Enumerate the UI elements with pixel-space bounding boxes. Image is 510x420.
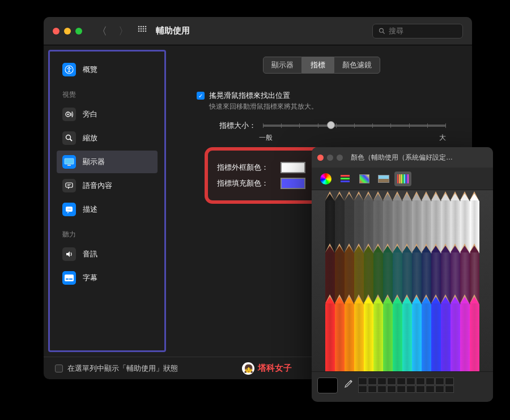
search-box[interactable] <box>372 24 463 38</box>
pencil-color[interactable] <box>325 303 335 371</box>
description-icon: ⋯ <box>62 203 76 216</box>
sidebar-item-voiceover[interactable]: 旁白 <box>57 103 158 126</box>
cp-zoom-button[interactable] <box>337 155 343 161</box>
swatch-cell[interactable] <box>368 385 377 393</box>
svg-point-9 <box>141 31 142 32</box>
sidebar-section-vision: 視覺 <box>57 82 158 103</box>
pencil-color[interactable] <box>373 303 383 371</box>
tab-display[interactable]: 顯示器 <box>263 57 302 74</box>
search-input[interactable] <box>389 27 457 35</box>
fill-color-well[interactable] <box>280 178 305 189</box>
cp-minimize-button[interactable] <box>327 155 333 161</box>
voiceover-icon <box>62 108 76 121</box>
swatch-cell[interactable] <box>445 378 454 385</box>
pencils-icon <box>397 174 409 183</box>
menubar-status-checkbox[interactable] <box>55 365 63 372</box>
sidebar-item-display[interactable]: 顯示器 <box>57 151 158 173</box>
image-palette-tab[interactable] <box>375 172 392 186</box>
color-sliders-tab[interactable] <box>337 172 354 186</box>
tab-pointer[interactable]: 指標 <box>302 57 334 74</box>
swatch-cell[interactable] <box>397 378 406 385</box>
pencil-color[interactable] <box>393 303 402 371</box>
sidebar-item-captions[interactable]: 字幕 <box>57 267 158 289</box>
eyedropper-button[interactable] <box>343 380 352 391</box>
swatch-grid[interactable] <box>358 378 454 393</box>
swatch-cell[interactable] <box>387 385 396 393</box>
sidebar-item-label: 語音內容 <box>83 181 112 191</box>
pencil-color[interactable] <box>460 303 470 371</box>
swatch-cell[interactable] <box>416 385 425 393</box>
sidebar-item-speech[interactable]: 語音內容 <box>57 174 158 197</box>
pencil-color[interactable] <box>412 303 422 371</box>
swatch-cell[interactable] <box>406 385 415 393</box>
swatch-cell[interactable] <box>397 385 406 393</box>
minimize-button[interactable] <box>64 28 71 35</box>
swatch-cell[interactable] <box>358 385 367 393</box>
shake-description: 快速來回移動滑鼠指標來將其放大。 <box>209 102 446 112</box>
sidebar-item-zoom[interactable]: 縮放 <box>57 127 158 149</box>
svg-point-5 <box>141 28 142 30</box>
svg-point-0 <box>138 26 140 28</box>
pencil-color[interactable] <box>470 303 479 371</box>
slider-knob[interactable] <box>327 121 335 129</box>
swatch-cell[interactable] <box>368 378 377 385</box>
swatch-cell[interactable] <box>426 385 435 393</box>
cp-close-button[interactable] <box>317 155 324 161</box>
pencil-color[interactable] <box>345 303 354 371</box>
pointer-size-slider[interactable] <box>263 125 446 127</box>
sidebar-item-label: 音訊 <box>83 249 97 259</box>
swatch-cell[interactable] <box>406 378 415 385</box>
sidebar-item-description[interactable]: ⋯ 描述 <box>57 198 158 221</box>
grid-icon[interactable] <box>138 25 147 36</box>
svg-point-4 <box>138 28 140 30</box>
pencil-color[interactable] <box>383 303 393 371</box>
svg-rect-27 <box>65 275 74 281</box>
swatch-cell[interactable] <box>358 378 367 385</box>
swatch-cell[interactable] <box>416 378 425 385</box>
svg-point-10 <box>143 31 144 32</box>
audio-icon <box>62 247 76 261</box>
search-icon <box>379 27 385 35</box>
svg-rect-28 <box>66 278 69 280</box>
pencil-color[interactable] <box>431 303 441 371</box>
back-button[interactable]: 〈 <box>97 24 107 38</box>
swatch-cell[interactable] <box>377 385 386 393</box>
pencil-color[interactable] <box>364 303 373 371</box>
color-wheel-tab[interactable] <box>317 172 334 186</box>
close-button[interactable] <box>53 28 60 35</box>
menubar-status-label: 在選單列中顯示「輔助使用」狀態 <box>67 363 178 374</box>
svg-point-8 <box>138 31 140 32</box>
speech-icon <box>62 179 76 192</box>
pencil-color[interactable] <box>354 303 364 371</box>
shake-checkbox[interactable]: ✓ <box>197 92 205 100</box>
segmented-control: 顯示器 指標 顏色濾鏡 <box>185 57 457 74</box>
swatch-cell[interactable] <box>435 385 444 393</box>
tab-color-filter[interactable]: 顏色濾鏡 <box>334 57 380 74</box>
zoom-button[interactable] <box>75 28 82 35</box>
current-color-swatch[interactable] <box>317 378 338 393</box>
pencil-color[interactable] <box>422 303 431 371</box>
sidebar-item-label: 縮放 <box>83 133 97 143</box>
swatch-cell[interactable] <box>426 378 435 385</box>
pencil-color[interactable] <box>450 303 460 371</box>
pencils-area[interactable] <box>312 190 493 371</box>
color-palette-tab[interactable] <box>356 172 373 186</box>
swatch-cell[interactable] <box>435 378 444 385</box>
swatch-cell[interactable] <box>445 385 454 393</box>
swatch-cell[interactable] <box>377 378 386 385</box>
swatch-cell[interactable] <box>387 378 396 385</box>
pencil-color[interactable] <box>402 303 412 371</box>
sidebar-item-label: 描述 <box>83 204 97 215</box>
forward-button[interactable]: 〉 <box>118 24 129 38</box>
pencil-color[interactable] <box>335 303 345 371</box>
slider-min-label: 一般 <box>259 133 273 143</box>
svg-rect-21 <box>67 165 71 166</box>
outline-color-well[interactable] <box>280 162 305 173</box>
pencils-tab[interactable] <box>394 172 411 186</box>
sidebar-item-label: 字幕 <box>83 273 97 283</box>
sidebar-item-overview[interactable]: 概覽 <box>57 58 158 81</box>
pencil-color[interactable] <box>441 303 450 371</box>
svg-text:⋯: ⋯ <box>67 207 71 211</box>
accessibility-icon <box>62 63 76 76</box>
sidebar-item-audio[interactable]: 音訊 <box>57 243 158 265</box>
